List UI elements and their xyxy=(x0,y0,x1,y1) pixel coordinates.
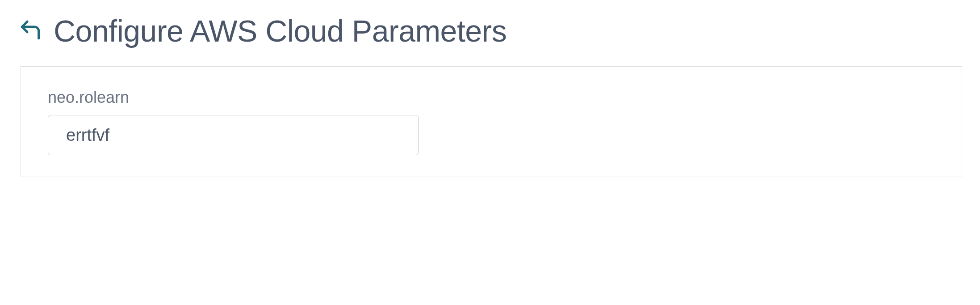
parameters-panel: neo.rolearn xyxy=(21,66,962,177)
back-button[interactable] xyxy=(18,18,43,43)
back-arrow-icon xyxy=(18,17,43,44)
page-title: Configure AWS Cloud Parameters xyxy=(54,13,507,48)
rolearn-input[interactable] xyxy=(48,115,419,155)
page-header: Configure AWS Cloud Parameters xyxy=(18,13,962,48)
rolearn-label: neo.rolearn xyxy=(48,88,935,107)
